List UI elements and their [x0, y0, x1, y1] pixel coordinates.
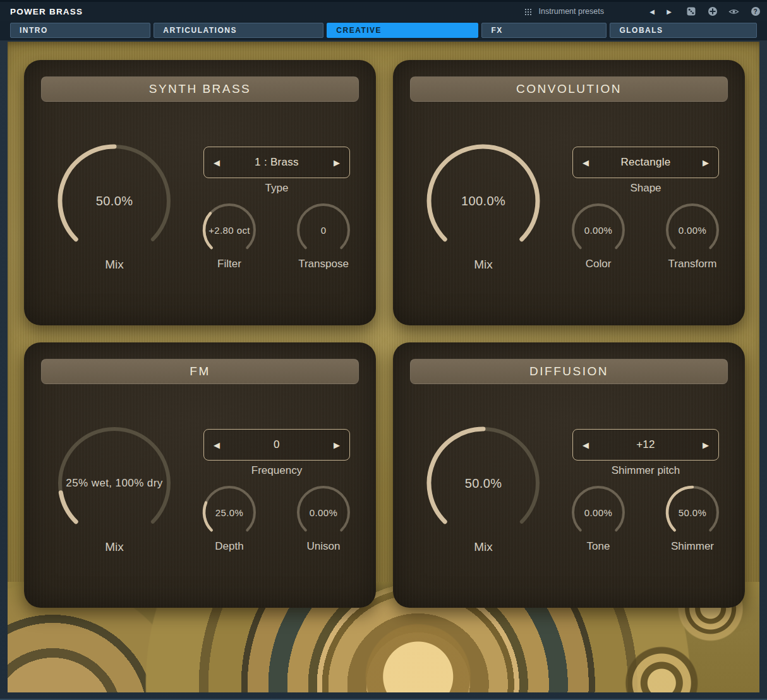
tab-articulations[interactable]: ARTICULATIONS	[154, 23, 323, 38]
mix-knob-label: Mix	[54, 540, 174, 554]
mix-knob[interactable]: 50.0%	[423, 423, 543, 543]
selector-value: +12	[591, 438, 701, 451]
panel-title: SYNTH BRASS	[41, 76, 359, 102]
shape-selector[interactable]: ◀ Rectangle ▶	[572, 147, 719, 178]
mix-knob[interactable]: 50.0%	[54, 141, 174, 261]
transform-knob-label: Transform	[645, 258, 740, 270]
transpose-knob-label: Transpose	[276, 258, 371, 270]
selector-prev-arrow[interactable]: ◀	[212, 158, 222, 167]
panel-title: CONVOLUTION	[410, 76, 728, 102]
selector-next-arrow[interactable]: ▶	[701, 158, 711, 167]
selector-value: 1 : Brass	[222, 156, 332, 169]
titlebar: POWER BRASS Instrument presets ◀ ▶	[0, 0, 767, 21]
selector-next-arrow[interactable]: ▶	[332, 158, 342, 167]
mix-knob-label: Mix	[423, 540, 543, 554]
color-knob-label: Color	[551, 258, 646, 270]
transform-knob[interactable]: 0.00%	[662, 200, 723, 260]
transpose-knob[interactable]: 0	[293, 200, 354, 260]
tab-creative[interactable]: CREATIVE	[327, 23, 478, 38]
presets-grid-icon[interactable]	[524, 8, 531, 15]
selector-prev-arrow[interactable]: ◀	[581, 440, 591, 450]
frequency-selector[interactable]: ◀ 0 ▶	[203, 429, 350, 461]
selector-prev-arrow[interactable]: ◀	[581, 158, 591, 167]
mix-knob-label: Mix	[423, 258, 543, 272]
color-knob[interactable]: 0.00%	[568, 200, 629, 260]
window-frame: SYNTH BRASS 50.0% Mix ◀ 1 : Brass ▶ Type…	[0, 40, 767, 700]
panel-title: DIFFUSION	[410, 359, 728, 384]
tone-knob-label: Tone	[551, 540, 646, 553]
instrument-presets-label[interactable]: Instrument presets	[538, 7, 604, 16]
add-circle-icon[interactable]	[707, 6, 718, 17]
plugin-window: POWER BRASS Instrument presets ◀ ▶	[0, 0, 767, 700]
eye-icon[interactable]	[728, 6, 739, 17]
next-preset-button[interactable]: ▶	[663, 8, 675, 15]
help-icon[interactable]: ?	[750, 6, 761, 17]
tab-bar: INTRO ARTICULATIONS CREATIVE FX GLOBALS	[0, 21, 767, 40]
depth-knob[interactable]: 25.0%	[199, 482, 260, 543]
shimmer-pitch-selector[interactable]: ◀ +12 ▶	[572, 429, 719, 461]
shimmer-knob[interactable]: 50.0%	[662, 482, 723, 543]
selector-label: Type	[203, 182, 350, 195]
depth-knob-label: Depth	[182, 540, 277, 553]
filter-knob-label: Filter	[182, 258, 277, 270]
shimmer-knob-label: Shimmer	[645, 540, 740, 553]
selector-label: Frequency	[203, 464, 350, 477]
mix-knob-label: Mix	[54, 258, 174, 272]
page-title: POWER BRASS	[10, 7, 83, 16]
unison-knob-label: Unison	[276, 540, 371, 553]
selector-value: Rectangle	[591, 156, 701, 169]
panel-title: FM	[41, 359, 359, 384]
selector-next-arrow[interactable]: ▶	[701, 440, 711, 450]
brass-background: SYNTH BRASS 50.0% Mix ◀ 1 : Brass ▶ Type…	[8, 42, 759, 692]
prev-preset-button[interactable]: ◀	[646, 8, 658, 15]
selector-label: Shape	[572, 182, 719, 195]
selector-label: Shimmer pitch	[572, 464, 719, 477]
selector-prev-arrow[interactable]: ◀	[212, 440, 222, 450]
tab-globals[interactable]: GLOBALS	[610, 23, 757, 38]
selector-next-arrow[interactable]: ▶	[332, 440, 342, 450]
tone-knob[interactable]: 0.00%	[568, 482, 629, 543]
dice-randomize-icon[interactable]	[685, 6, 696, 17]
mix-knob[interactable]: 25% wet, 100% dry	[54, 423, 174, 543]
tab-fx[interactable]: FX	[481, 23, 607, 38]
unison-knob[interactable]: 0.00%	[293, 482, 354, 543]
panel-fm: FM 25% wet, 100% dry Mix ◀ 0 ▶ Frequency…	[24, 342, 376, 608]
selector-value: 0	[222, 438, 332, 451]
panel-diffusion: DIFFUSION 50.0% Mix ◀ +12 ▶ Shimmer pitc…	[393, 342, 745, 608]
filter-knob[interactable]: +2.80 oct	[199, 200, 260, 260]
panel-synth-brass: SYNTH BRASS 50.0% Mix ◀ 1 : Brass ▶ Type…	[24, 60, 376, 325]
tab-intro[interactable]: INTRO	[10, 23, 150, 38]
panel-convolution: CONVOLUTION 100.0% Mix ◀ Rectangle ▶ Sha…	[393, 60, 745, 325]
type-selector[interactable]: ◀ 1 : Brass ▶	[203, 147, 350, 178]
mix-knob[interactable]: 100.0%	[423, 141, 543, 261]
